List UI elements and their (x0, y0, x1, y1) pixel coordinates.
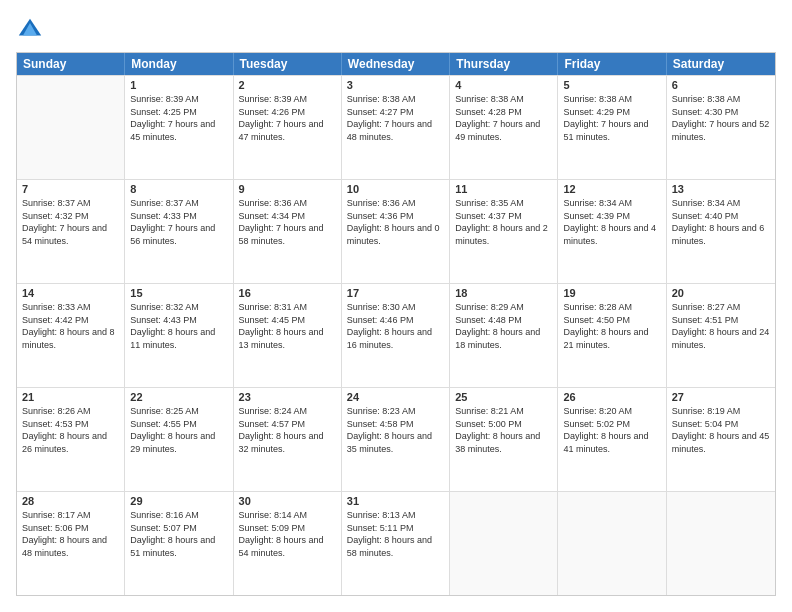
day-number: 1 (130, 79, 227, 91)
page: SundayMondayTuesdayWednesdayThursdayFrid… (0, 0, 792, 612)
day-info: Sunrise: 8:14 AMSunset: 5:09 PMDaylight:… (239, 509, 336, 559)
day-number: 21 (22, 391, 119, 403)
day-number: 17 (347, 287, 444, 299)
day-info: Sunrise: 8:26 AMSunset: 4:53 PMDaylight:… (22, 405, 119, 455)
day-info: Sunrise: 8:34 AMSunset: 4:40 PMDaylight:… (672, 197, 770, 247)
day-info: Sunrise: 8:38 AMSunset: 4:29 PMDaylight:… (563, 93, 660, 143)
day-info: Sunrise: 8:32 AMSunset: 4:43 PMDaylight:… (130, 301, 227, 351)
day-info: Sunrise: 8:16 AMSunset: 5:07 PMDaylight:… (130, 509, 227, 559)
calendar-week-2: 14Sunrise: 8:33 AMSunset: 4:42 PMDayligh… (17, 283, 775, 387)
calendar-cell (450, 492, 558, 595)
calendar-cell: 19Sunrise: 8:28 AMSunset: 4:50 PMDayligh… (558, 284, 666, 387)
day-number: 14 (22, 287, 119, 299)
calendar-cell: 4Sunrise: 8:38 AMSunset: 4:28 PMDaylight… (450, 76, 558, 179)
day-info: Sunrise: 8:36 AMSunset: 4:34 PMDaylight:… (239, 197, 336, 247)
calendar-cell: 14Sunrise: 8:33 AMSunset: 4:42 PMDayligh… (17, 284, 125, 387)
calendar-header: SundayMondayTuesdayWednesdayThursdayFrid… (17, 53, 775, 75)
day-number: 9 (239, 183, 336, 195)
day-info: Sunrise: 8:24 AMSunset: 4:57 PMDaylight:… (239, 405, 336, 455)
day-number: 29 (130, 495, 227, 507)
calendar-cell: 13Sunrise: 8:34 AMSunset: 4:40 PMDayligh… (667, 180, 775, 283)
calendar-cell: 25Sunrise: 8:21 AMSunset: 5:00 PMDayligh… (450, 388, 558, 491)
calendar-cell: 8Sunrise: 8:37 AMSunset: 4:33 PMDaylight… (125, 180, 233, 283)
day-number: 31 (347, 495, 444, 507)
day-info: Sunrise: 8:33 AMSunset: 4:42 PMDaylight:… (22, 301, 119, 351)
header-day-tuesday: Tuesday (234, 53, 342, 75)
day-number: 3 (347, 79, 444, 91)
header-day-sunday: Sunday (17, 53, 125, 75)
calendar-cell: 6Sunrise: 8:38 AMSunset: 4:30 PMDaylight… (667, 76, 775, 179)
calendar-cell: 26Sunrise: 8:20 AMSunset: 5:02 PMDayligh… (558, 388, 666, 491)
calendar-cell (17, 76, 125, 179)
calendar-cell: 27Sunrise: 8:19 AMSunset: 5:04 PMDayligh… (667, 388, 775, 491)
logo-icon (16, 16, 44, 44)
day-info: Sunrise: 8:39 AMSunset: 4:26 PMDaylight:… (239, 93, 336, 143)
calendar-cell: 9Sunrise: 8:36 AMSunset: 4:34 PMDaylight… (234, 180, 342, 283)
day-info: Sunrise: 8:28 AMSunset: 4:50 PMDaylight:… (563, 301, 660, 351)
day-number: 19 (563, 287, 660, 299)
day-number: 7 (22, 183, 119, 195)
day-number: 16 (239, 287, 336, 299)
day-number: 2 (239, 79, 336, 91)
header-day-friday: Friday (558, 53, 666, 75)
day-number: 15 (130, 287, 227, 299)
day-info: Sunrise: 8:31 AMSunset: 4:45 PMDaylight:… (239, 301, 336, 351)
day-number: 13 (672, 183, 770, 195)
day-info: Sunrise: 8:23 AMSunset: 4:58 PMDaylight:… (347, 405, 444, 455)
day-info: Sunrise: 8:38 AMSunset: 4:27 PMDaylight:… (347, 93, 444, 143)
calendar-body: 1Sunrise: 8:39 AMSunset: 4:25 PMDaylight… (17, 75, 775, 595)
calendar-cell (558, 492, 666, 595)
day-number: 23 (239, 391, 336, 403)
day-number: 28 (22, 495, 119, 507)
day-number: 11 (455, 183, 552, 195)
day-info: Sunrise: 8:25 AMSunset: 4:55 PMDaylight:… (130, 405, 227, 455)
day-number: 10 (347, 183, 444, 195)
header-day-saturday: Saturday (667, 53, 775, 75)
calendar-cell: 5Sunrise: 8:38 AMSunset: 4:29 PMDaylight… (558, 76, 666, 179)
calendar-cell: 24Sunrise: 8:23 AMSunset: 4:58 PMDayligh… (342, 388, 450, 491)
calendar-week-1: 7Sunrise: 8:37 AMSunset: 4:32 PMDaylight… (17, 179, 775, 283)
day-number: 20 (672, 287, 770, 299)
day-info: Sunrise: 8:17 AMSunset: 5:06 PMDaylight:… (22, 509, 119, 559)
calendar-cell: 18Sunrise: 8:29 AMSunset: 4:48 PMDayligh… (450, 284, 558, 387)
day-info: Sunrise: 8:30 AMSunset: 4:46 PMDaylight:… (347, 301, 444, 351)
calendar-cell: 22Sunrise: 8:25 AMSunset: 4:55 PMDayligh… (125, 388, 233, 491)
day-info: Sunrise: 8:20 AMSunset: 5:02 PMDaylight:… (563, 405, 660, 455)
day-info: Sunrise: 8:13 AMSunset: 5:11 PMDaylight:… (347, 509, 444, 559)
calendar-cell: 7Sunrise: 8:37 AMSunset: 4:32 PMDaylight… (17, 180, 125, 283)
day-number: 12 (563, 183, 660, 195)
day-number: 25 (455, 391, 552, 403)
day-info: Sunrise: 8:21 AMSunset: 5:00 PMDaylight:… (455, 405, 552, 455)
day-info: Sunrise: 8:38 AMSunset: 4:30 PMDaylight:… (672, 93, 770, 143)
day-number: 30 (239, 495, 336, 507)
calendar-cell: 28Sunrise: 8:17 AMSunset: 5:06 PMDayligh… (17, 492, 125, 595)
calendar: SundayMondayTuesdayWednesdayThursdayFrid… (16, 52, 776, 596)
day-number: 18 (455, 287, 552, 299)
day-number: 24 (347, 391, 444, 403)
calendar-week-0: 1Sunrise: 8:39 AMSunset: 4:25 PMDaylight… (17, 75, 775, 179)
header-day-wednesday: Wednesday (342, 53, 450, 75)
header-day-monday: Monday (125, 53, 233, 75)
day-number: 8 (130, 183, 227, 195)
day-info: Sunrise: 8:37 AMSunset: 4:33 PMDaylight:… (130, 197, 227, 247)
day-info: Sunrise: 8:35 AMSunset: 4:37 PMDaylight:… (455, 197, 552, 247)
calendar-week-4: 28Sunrise: 8:17 AMSunset: 5:06 PMDayligh… (17, 491, 775, 595)
calendar-cell: 2Sunrise: 8:39 AMSunset: 4:26 PMDaylight… (234, 76, 342, 179)
calendar-cell: 30Sunrise: 8:14 AMSunset: 5:09 PMDayligh… (234, 492, 342, 595)
calendar-cell: 1Sunrise: 8:39 AMSunset: 4:25 PMDaylight… (125, 76, 233, 179)
day-info: Sunrise: 8:29 AMSunset: 4:48 PMDaylight:… (455, 301, 552, 351)
calendar-cell: 16Sunrise: 8:31 AMSunset: 4:45 PMDayligh… (234, 284, 342, 387)
day-number: 26 (563, 391, 660, 403)
day-number: 5 (563, 79, 660, 91)
day-number: 6 (672, 79, 770, 91)
calendar-cell (667, 492, 775, 595)
calendar-cell: 12Sunrise: 8:34 AMSunset: 4:39 PMDayligh… (558, 180, 666, 283)
calendar-cell: 31Sunrise: 8:13 AMSunset: 5:11 PMDayligh… (342, 492, 450, 595)
calendar-cell: 20Sunrise: 8:27 AMSunset: 4:51 PMDayligh… (667, 284, 775, 387)
day-info: Sunrise: 8:27 AMSunset: 4:51 PMDaylight:… (672, 301, 770, 351)
day-info: Sunrise: 8:37 AMSunset: 4:32 PMDaylight:… (22, 197, 119, 247)
day-info: Sunrise: 8:19 AMSunset: 5:04 PMDaylight:… (672, 405, 770, 455)
header-day-thursday: Thursday (450, 53, 558, 75)
calendar-week-3: 21Sunrise: 8:26 AMSunset: 4:53 PMDayligh… (17, 387, 775, 491)
day-info: Sunrise: 8:39 AMSunset: 4:25 PMDaylight:… (130, 93, 227, 143)
